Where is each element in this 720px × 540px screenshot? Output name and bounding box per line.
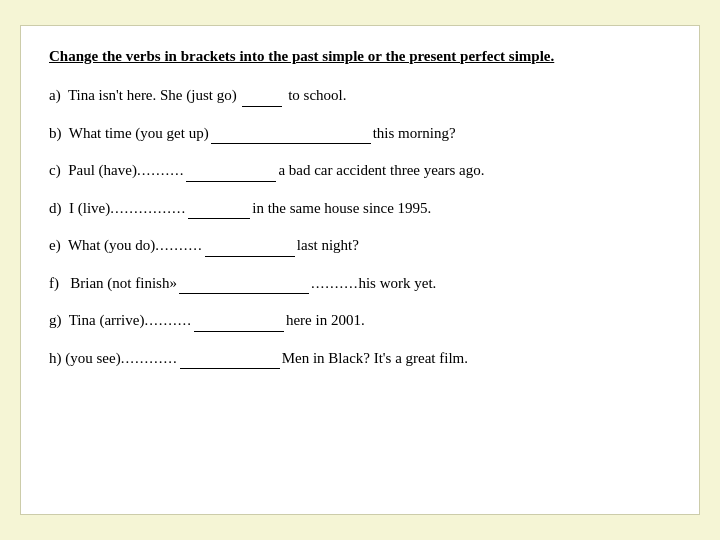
exercise-item-f: f) Brian (not finish» ..........his work… — [49, 271, 671, 295]
item-c-text1: c) Paul (have) — [49, 162, 137, 178]
exercise-title: Change the verbs in brackets into the pa… — [49, 48, 671, 65]
item-b-text2: this morning? — [373, 125, 456, 141]
exercise-item-d: d) I (live)................ in the same … — [49, 196, 671, 220]
item-g-text1: g) Tina (arrive) — [49, 312, 144, 328]
item-e-dots: .......... — [155, 237, 203, 253]
item-f-blank — [179, 271, 309, 295]
exercise-item-c: c) Paul (have).......... a bad car accid… — [49, 158, 671, 182]
item-h-dots: ............ — [121, 350, 178, 366]
exercise-item-a: a) Tina isn't here. She (just go) to sch… — [49, 83, 671, 107]
item-h-text2: Men in Black? It's a great film. — [282, 350, 468, 366]
item-d-text1: d) I (live) — [49, 200, 110, 216]
exercise-item-g: g) Tina (arrive).......... here in 2001. — [49, 308, 671, 332]
item-e-text2: last night? — [297, 237, 359, 253]
item-a-text2: to school. — [288, 87, 346, 103]
item-d-dots: ................ — [110, 200, 186, 216]
item-c-text2: a bad car accident three years ago. — [278, 162, 484, 178]
item-c-dots: .......... — [137, 162, 185, 178]
item-a-blank — [242, 83, 282, 107]
exercise-card: Change the verbs in brackets into the pa… — [20, 25, 700, 515]
item-g-dots: .......... — [144, 312, 192, 328]
item-f-dots: .......... — [311, 275, 359, 291]
item-b-text1: b) What time (you get up) — [49, 125, 209, 141]
item-c-blank — [186, 158, 276, 182]
item-d-text2: in the same house since 1995. — [252, 200, 431, 216]
item-d-blank — [188, 196, 250, 220]
item-b-blank — [211, 121, 371, 145]
item-a-text1: a) Tina isn't here. She (just go) — [49, 87, 237, 103]
exercise-item-b: b) What time (you get up) this morning? — [49, 121, 671, 145]
item-f-text1: f) Brian (not finish» — [49, 275, 177, 291]
item-g-text2: here in 2001. — [286, 312, 365, 328]
item-h-text1: h) (you see) — [49, 350, 121, 366]
exercise-item-e: e) What (you do).......... last night? — [49, 233, 671, 257]
item-f-text2: his work yet. — [358, 275, 436, 291]
exercise-item-h: h) (you see)............ Men in Black? I… — [49, 346, 671, 370]
item-e-blank — [205, 233, 295, 257]
item-h-blank — [180, 346, 280, 370]
item-g-blank — [194, 308, 284, 332]
item-e-text1: e) What (you do) — [49, 237, 155, 253]
